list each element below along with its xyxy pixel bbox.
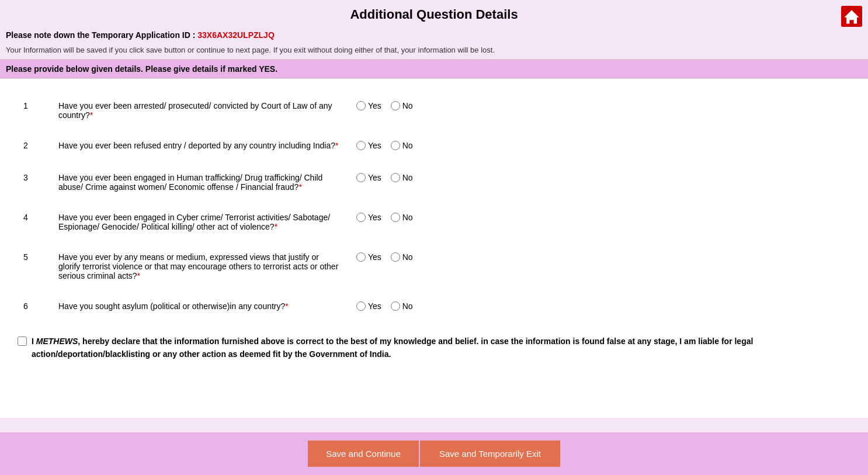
temp-id-label: Please note down the Temporary Applicati… [6, 30, 195, 40]
main-content: 1 Have you ever been arrested/ prosecute… [0, 79, 868, 418]
q6-no-radio[interactable] [391, 301, 400, 311]
required-marker-1: * [90, 110, 93, 120]
q-number-4: 4 [18, 202, 53, 242]
header: Additional Question Details [0, 0, 868, 27]
q6-no-label[interactable]: No [391, 301, 413, 311]
q3-yes-radio[interactable] [356, 173, 366, 182]
required-marker-2: * [335, 141, 338, 150]
declaration-section: I METHEWS, hereby declare that the infor… [18, 323, 850, 367]
save-continue-button[interactable]: Save and Continue [308, 441, 419, 467]
q-number-3: 3 [18, 162, 53, 202]
q6-yes-label[interactable]: Yes [356, 301, 381, 311]
q5-no-text: No [402, 252, 413, 262]
q-text-5: Have you ever by any means or medium, ex… [53, 242, 345, 291]
q5-yes-label[interactable]: Yes [356, 252, 381, 262]
home-icon[interactable] [841, 6, 862, 27]
table-row: 6 Have you sought asylum (political or o… [18, 291, 850, 323]
required-marker-6: * [285, 301, 288, 311]
temp-id-bar: Please note down the Temporary Applicati… [0, 27, 868, 43]
q2-yes-radio[interactable] [356, 141, 366, 150]
q5-no-label[interactable]: No [391, 252, 413, 262]
q3-no-radio[interactable] [391, 173, 400, 182]
q-text-1: Have you ever been arrested/ prosecuted/… [53, 91, 345, 130]
q4-yes-label[interactable]: Yes [356, 213, 381, 222]
q-text-4: Have you ever been engaged in Cyber crim… [53, 202, 345, 242]
declaration-paragraph: I METHEWS, hereby declare that the infor… [32, 335, 850, 361]
q3-yes-label[interactable]: Yes [356, 173, 381, 182]
q1-no-radio[interactable] [391, 101, 400, 110]
declaration-name: METHEWS [36, 337, 78, 346]
page-title: Additional Question Details [350, 7, 518, 22]
q2-no-label[interactable]: No [391, 141, 413, 150]
q4-yes-text: Yes [368, 213, 381, 222]
q4-yes-radio[interactable] [356, 213, 366, 222]
notice-bar: Please provide below given details. Plea… [0, 59, 868, 79]
q3-yes-text: Yes [368, 173, 381, 182]
q1-yes-radio[interactable] [356, 101, 366, 110]
page-wrapper: Additional Question Details Please note … [0, 0, 868, 475]
table-row: 5 Have you ever by any means or medium, … [18, 242, 850, 291]
q1-yes-label[interactable]: Yes [356, 101, 381, 110]
declaration-checkbox[interactable] [18, 337, 27, 346]
required-marker-3: * [298, 182, 301, 192]
save-exit-button[interactable]: Save and Temporarily Exit [420, 441, 560, 467]
q-options-1: Yes No [345, 91, 850, 130]
q-options-3: Yes No [345, 162, 850, 202]
q5-no-radio[interactable] [391, 252, 400, 262]
table-row: 4 Have you ever been engaged in Cyber cr… [18, 202, 850, 242]
q2-yes-label[interactable]: Yes [356, 141, 381, 150]
q2-no-text: No [402, 141, 413, 150]
q5-yes-text: Yes [368, 252, 381, 262]
required-marker-4: * [275, 222, 277, 231]
q2-yes-text: Yes [368, 141, 381, 150]
q4-no-label[interactable]: No [391, 213, 413, 222]
table-row: 1 Have you ever been arrested/ prosecute… [18, 91, 850, 130]
q-text-3: Have you ever been engaged in Human traf… [53, 162, 345, 202]
q6-yes-radio[interactable] [356, 301, 366, 311]
q5-yes-radio[interactable] [356, 252, 366, 262]
q-options-5: Yes No [345, 242, 850, 291]
q3-no-label[interactable]: No [391, 173, 413, 182]
q3-no-text: No [402, 173, 413, 182]
q-text-6: Have you sought asylum (political or oth… [53, 291, 345, 323]
q1-no-text: No [402, 101, 413, 110]
info-text: Your Information will be saved if you cl… [0, 43, 868, 59]
q-number-5: 5 [18, 242, 53, 291]
required-marker-5: * [137, 271, 140, 280]
q6-yes-text: Yes [368, 301, 381, 311]
table-row: 2 Have you ever been refused entry / dep… [18, 130, 850, 162]
q1-yes-text: Yes [368, 101, 381, 110]
q1-no-label[interactable]: No [391, 101, 413, 110]
q-number-2: 2 [18, 130, 53, 162]
q-options-6: Yes No [345, 291, 850, 323]
table-row: 3 Have you ever been engaged in Human tr… [18, 162, 850, 202]
q-options-4: Yes No [345, 202, 850, 242]
q-number-6: 6 [18, 291, 53, 323]
q-options-2: Yes No [345, 130, 850, 162]
q2-no-radio[interactable] [391, 141, 400, 150]
q-number-1: 1 [18, 91, 53, 130]
questions-table: 1 Have you ever been arrested/ prosecute… [18, 91, 850, 323]
q4-no-radio[interactable] [391, 213, 400, 222]
footer-bar: Save and Continue Save and Temporarily E… [0, 432, 868, 475]
q4-no-text: No [402, 213, 413, 222]
q-text-2: Have you ever been refused entry / depor… [53, 130, 345, 162]
q6-no-text: No [402, 301, 413, 311]
declaration-text: I METHEWS, hereby declare that the infor… [18, 335, 850, 361]
temp-id-value: 33X6AX32ULPZLJQ [197, 30, 275, 40]
